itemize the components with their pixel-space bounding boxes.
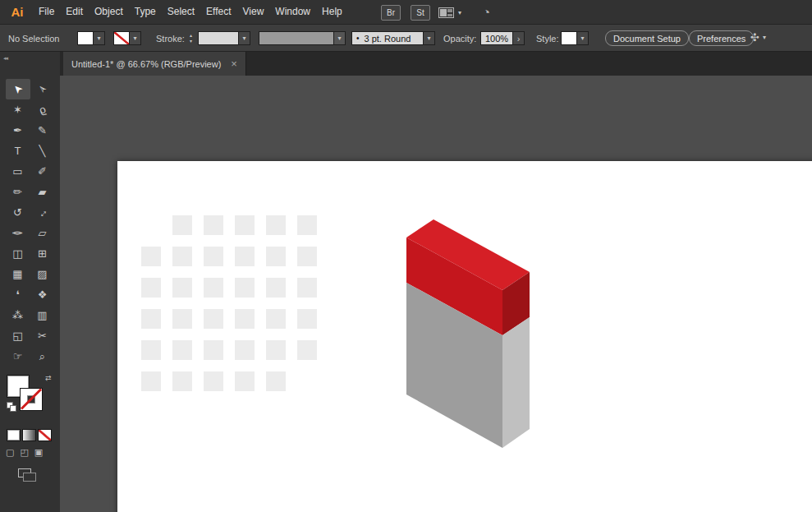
variable-width-profile-dropdown: ▾ [259,31,346,45]
tool-mesh[interactable]: ▦ [6,264,30,284]
draw-behind-icon[interactable]: ◰ [20,447,28,458]
eraser-icon: ▰ [39,186,47,198]
default-fill-stroke-icon[interactable] [7,402,18,413]
document-tab[interactable]: Untitled-1* @ 66.67% (RGB/Preview) × [63,52,246,76]
stepper-down-icon: ▾ [190,39,192,44]
tool-magic-wand[interactable]: ✶ [6,99,30,120]
color-button[interactable] [7,429,21,441]
close-icon[interactable]: × [231,58,237,69]
tool-paintbrush[interactable]: ✐ [30,161,55,182]
artboard[interactable] [117,161,812,512]
selection-status-label: No Selection [8,34,59,44]
tool-gradient[interactable]: ▨ [30,264,55,284]
tool-direct-selection[interactable]: ➢ [30,79,55,99]
zoom-icon: ⌕ [39,350,45,363]
tool-scale[interactable]: ↔ [30,202,55,223]
brush-definition-dropdown[interactable]: • 3 pt. Round ▾ [351,31,435,45]
stroke-color-dropdown[interactable]: ▾ [113,31,141,45]
menu-object[interactable]: Object [89,0,129,24]
select-similar-icon: ✣ [750,32,759,44]
menu-select[interactable]: Select [162,0,200,24]
tool-blend[interactable]: ❖ [30,284,55,305]
fill-stroke-widget: ⇄ [7,375,56,416]
none-slash-icon [21,388,42,409]
tool-symbol-sprayer[interactable]: ⁂ [6,305,30,325]
opacity-value-field[interactable]: 100% [480,31,513,45]
tool-free-transform[interactable]: ▱ [30,223,55,243]
menu-list: FileEditObjectTypeSelectEffectViewWindow… [33,0,348,24]
tool-shape-builder[interactable]: ◫ [6,243,30,264]
isometric-box-artwork[interactable] [117,161,544,457]
chevron-down-icon: ▾ [334,31,346,45]
pen-icon: ✒ [13,124,22,136]
menu-view[interactable]: View [237,0,270,24]
tool-slice[interactable]: ✂ [30,325,55,346]
line-segment-icon: ╲ [39,145,46,157]
menu-window[interactable]: Window [269,0,316,24]
width-icon: ≬ [11,230,24,235]
gradient-button[interactable] [22,429,36,441]
brush-field[interactable]: • 3 pt. Round [351,31,424,45]
tool-eraser[interactable]: ▰ [30,182,55,202]
none-button[interactable] [38,429,52,441]
box-side-face[interactable] [502,317,530,448]
stroke-color-control[interactable] [20,388,43,411]
tool-zoom[interactable]: ⌕ [30,346,55,367]
brush-preview-icon: • [356,34,360,43]
change-screen-mode-button[interactable] [18,468,38,483]
swap-fill-stroke-icon[interactable]: ⇄ [45,375,52,382]
tool-perspective-grid[interactable]: ⊞ [30,243,55,264]
fill-color-dropdown[interactable]: ▾ [77,31,105,45]
menu-help[interactable]: Help [316,0,348,24]
tool-width[interactable]: ≬ [6,223,30,243]
tool-type[interactable]: T [6,141,30,161]
gpu-performance-icon[interactable]: ◔ [483,5,490,20]
document-setup-button[interactable]: Document Setup [605,30,689,46]
stock-button[interactable]: St [411,5,430,21]
tool-pen[interactable]: ✒ [6,120,30,141]
arrange-documents-dropdown[interactable]: ▾ [438,7,461,18]
draw-normal-icon[interactable]: ▢ [6,447,14,458]
type-icon: T [15,145,21,157]
column-graph-icon: ▥ [37,309,47,321]
menu-effect[interactable]: Effect [200,0,236,24]
paintbrush-icon: ✐ [38,165,47,178]
canvas-pasteboard[interactable] [60,76,812,512]
document-tab-bar: Untitled-1* @ 66.67% (RGB/Preview) × [60,52,812,76]
tool-shaper[interactable]: ✏ [6,182,30,202]
document-tab-title: Untitled-1* @ 66.67% (RGB/Preview) [71,59,221,69]
shape-builder-icon: ◫ [12,247,22,260]
tool-selection[interactable]: ➤ [6,79,30,99]
slice-icon: ✂ [38,330,47,342]
opacity-dropdown[interactable]: 100% › [480,31,525,45]
select-similar-dropdown[interactable]: ✣ ▾ [750,32,766,44]
opacity-label: Opacity: [443,34,476,44]
stroke-weight-stepper[interactable]: ▴ ▾ [186,31,195,45]
tool-grid: ➤➢✶ϱ✒✎T╲▭✐✏▰↺↔≬▱◫⊞▦▨❛❖⁂▥◱✂☞⌕ [0,76,60,367]
tool-curvature[interactable]: ✎ [30,120,55,141]
variable-width-field [259,31,334,45]
tool-eyedropper[interactable]: ❛ [6,284,30,305]
bridge-button[interactable]: Br [381,5,401,21]
chevron-down-icon: ▾ [424,31,435,45]
tool-hand[interactable]: ☞ [6,346,30,367]
stroke-weight-field[interactable] [198,31,239,45]
tool-rotate[interactable]: ↺ [6,202,30,223]
menu-edit[interactable]: Edit [60,0,89,24]
draw-inside-icon[interactable]: ▣ [34,447,43,458]
preferences-button[interactable]: Preferences [689,30,754,46]
menu-file[interactable]: File [33,0,60,24]
mesh-icon: ▦ [12,268,22,280]
tool-line-segment[interactable]: ╲ [30,141,55,161]
tool-lasso[interactable]: ϱ [30,99,55,120]
stroke-none-swatch [113,31,130,45]
tool-rectangle[interactable]: ▭ [6,161,30,182]
menu-bar: Ai FileEditObjectTypeSelectEffectViewWin… [0,0,812,25]
collapse-panel-icon[interactable]: ◂◂ [3,55,7,62]
stroke-weight-dropdown[interactable]: ▾ [198,31,250,45]
tool-column-graph[interactable]: ▥ [30,305,55,325]
graphic-style-dropdown[interactable]: ▾ [561,31,589,45]
tool-artboard[interactable]: ◱ [6,325,30,346]
gradient-icon: ▨ [37,268,47,280]
menu-type[interactable]: Type [129,0,162,24]
